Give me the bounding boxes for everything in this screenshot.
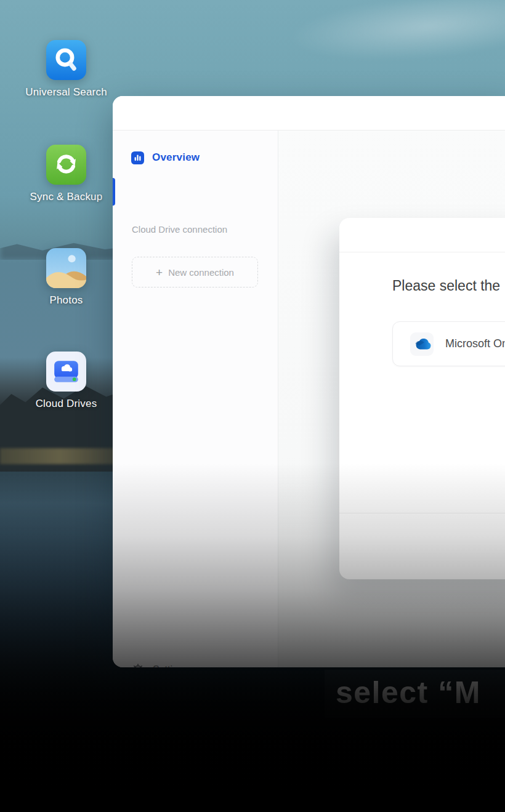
onedrive-icon bbox=[413, 338, 431, 350]
dialog-header bbox=[339, 218, 505, 252]
cloud-wisp bbox=[281, 0, 505, 71]
active-item-indicator bbox=[113, 178, 115, 206]
desktop-icon-universal-search[interactable]: Universal Search bbox=[0, 40, 132, 98]
new-connection-label: New connection bbox=[168, 267, 234, 278]
settings-label: Settings bbox=[153, 664, 188, 667]
provider-label: Microsoft On bbox=[445, 337, 505, 350]
provider-icon-box bbox=[410, 332, 434, 356]
photos-icon bbox=[46, 248, 86, 288]
desktop-icon-label: Universal Search bbox=[0, 86, 132, 98]
select-cloud-drive-dialog: Please select the Microsoft On bbox=[339, 218, 505, 579]
sidebar: Overview Cloud Drive connection + New co… bbox=[113, 131, 278, 667]
universal-search-icon bbox=[46, 40, 86, 80]
gear-icon bbox=[132, 664, 144, 667]
cloud-drives-icon bbox=[46, 352, 86, 392]
caption-text: select “M bbox=[336, 675, 481, 710]
provider-option-microsoft-onedrive[interactable]: Microsoft On bbox=[392, 321, 505, 366]
sync-backup-icon bbox=[46, 145, 86, 185]
sidebar-item-overview[interactable]: Overview bbox=[131, 147, 269, 169]
sidebar-section-title: Cloud Drive connection bbox=[132, 224, 227, 235]
dialog-prompt-text: Please select the bbox=[392, 278, 500, 294]
sidebar-item-settings[interactable]: Settings bbox=[132, 659, 269, 667]
overview-icon bbox=[131, 151, 144, 164]
plus-icon: + bbox=[156, 267, 163, 278]
dialog-footer bbox=[339, 513, 505, 579]
new-connection-button[interactable]: + New connection bbox=[132, 257, 258, 287]
window-titlebar[interactable] bbox=[113, 96, 505, 131]
sidebar-item-label: Overview bbox=[152, 151, 200, 164]
